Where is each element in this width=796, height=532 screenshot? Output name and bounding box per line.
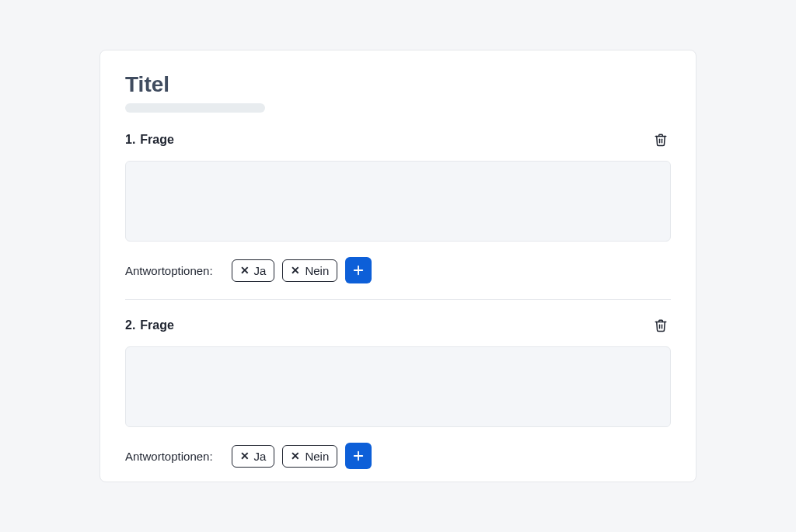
question-textarea[interactable] — [125, 346, 671, 427]
subtitle-skeleton — [125, 103, 265, 113]
question-block: 1. Frage Antwortoptionen: ✕ Ja ✕ — [125, 130, 671, 300]
add-option-button[interactable] — [345, 257, 372, 283]
option-chip-label: Nein — [305, 264, 329, 277]
remove-icon: ✕ — [291, 450, 300, 461]
editor-card: 1. Frage Antwortoptionen: ✕ Ja ✕ — [100, 50, 696, 482]
delete-button[interactable] — [651, 315, 671, 336]
add-option-button[interactable] — [345, 443, 372, 469]
remove-icon: ✕ — [240, 450, 250, 461]
options-row: Antwortoptionen: ✕ Ja ✕ Nein — [125, 257, 671, 283]
plus-icon — [351, 449, 365, 463]
question-header: 2. Frage — [125, 315, 671, 336]
question-heading: Frage — [140, 133, 174, 147]
trash-icon — [654, 133, 668, 147]
question-number: 1. — [125, 133, 135, 147]
option-chip-label: Ja — [254, 450, 267, 463]
option-chip[interactable]: ✕ Ja — [232, 445, 275, 468]
trash-icon — [654, 318, 668, 332]
remove-icon: ✕ — [291, 265, 300, 276]
options-label: Antwortoptionen: — [125, 450, 213, 463]
option-chip-label: Ja — [254, 264, 267, 277]
question-textarea[interactable] — [125, 161, 671, 242]
question-label: 1. Frage — [125, 133, 174, 147]
plus-icon — [351, 263, 365, 277]
question-number: 2. — [125, 318, 135, 332]
option-chip-label: Nein — [305, 450, 329, 463]
delete-button[interactable] — [651, 130, 671, 150]
option-chip[interactable]: ✕ Nein — [282, 445, 337, 468]
remove-icon: ✕ — [240, 265, 250, 276]
question-header: 1. Frage — [125, 130, 671, 150]
option-chip[interactable]: ✕ Nein — [282, 259, 337, 282]
options-row: Antwortoptionen: ✕ Ja ✕ Nein — [125, 443, 671, 469]
question-heading: Frage — [140, 318, 174, 332]
title-input[interactable] — [125, 72, 671, 97]
options-label: Antwortoptionen: — [125, 264, 213, 277]
question-block: 2. Frage Antwortoptionen: ✕ Ja ✕ — [125, 315, 671, 482]
option-chip[interactable]: ✕ Ja — [232, 259, 275, 282]
question-label: 2. Frage — [125, 318, 174, 332]
